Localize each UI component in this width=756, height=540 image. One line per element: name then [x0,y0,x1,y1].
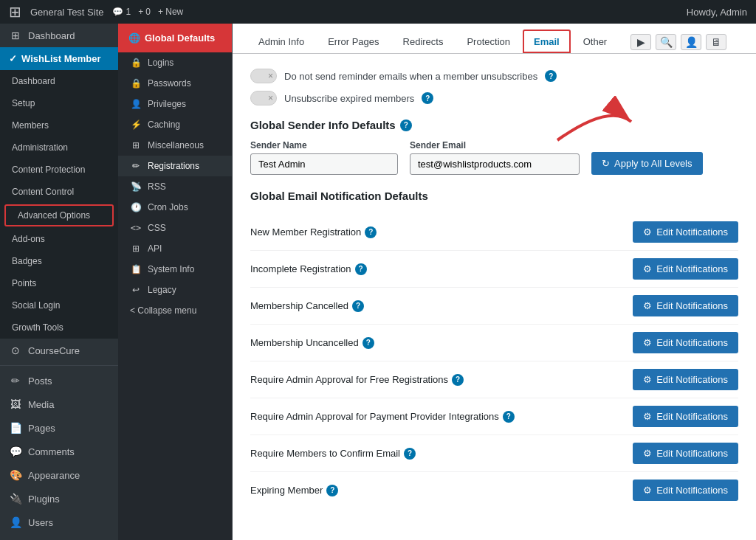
edit-notifications-button-uncancelled[interactable]: ⚙ Edit Notifications [633,332,738,353]
tab-redirects[interactable]: Redirects [392,30,455,53]
help-icon-no-reminder[interactable]: ? [545,70,557,82]
help-icon-expiring[interactable]: ? [326,485,338,496]
site-name[interactable]: General Test Site [30,7,103,18]
tab-icon-play[interactable]: ▶ [630,34,651,50]
tab-protection[interactable]: Protection [456,30,521,53]
plugin-sidebar-item-misc[interactable]: ⊞ Miscellaneous [118,135,232,156]
plugin-sidebar-item-css[interactable]: <> CSS [118,218,232,238]
plugin-sidebar-item-logins[interactable]: 🔒 Logins [118,52,232,73]
plugin-sidebar-header[interactable]: 🌐 Global Defaults [118,24,232,52]
sender-email-input[interactable] [410,153,580,175]
plugin-sidebar-item-legacy[interactable]: ↩ Legacy [118,280,232,300]
help-icon-free-approval[interactable]: ? [452,374,464,386]
tab-error-pages[interactable]: Error Pages [317,30,390,53]
sidebar-item-users[interactable]: 👤 Users [0,510,118,534]
sidebar-item-posts[interactable]: ✏ Posts [0,369,118,392]
help-icon-cancelled[interactable]: ? [352,300,364,312]
edit-notifications-button-payment-approval[interactable]: ⚙ Edit Notifications [633,406,738,427]
sidebar-item-wl-setup[interactable]: Setup [0,92,118,114]
tab-other[interactable]: Other [572,30,619,53]
sidebar-item-wl-points[interactable]: Points [0,272,118,294]
sidebar-item-wl-admin[interactable]: Administration [0,136,118,159]
sidebar-item-dashboard[interactable]: ⊞ Dashboard [0,24,118,47]
edit-notifications-button-cancelled[interactable]: ⚙ Edit Notifications [633,295,738,316]
help-icon-incomplete[interactable]: ? [355,263,367,275]
help-icon-unsubscribe[interactable]: ? [422,92,433,104]
help-icon-confirm-email[interactable]: ? [404,448,416,460]
gear-icon-uncancelled: ⚙ [643,337,652,348]
sidebar-item-wl-social[interactable]: Social Login [0,294,118,316]
sidebar-item-wl-members[interactable]: Members [0,114,118,136]
plugin-sidebar-item-api[interactable]: ⊞ API [118,238,232,259]
tab-admin-info[interactable]: Admin Info [247,30,315,53]
sender-name-label: Sender Name [250,140,398,150]
posts-label: Posts [28,375,52,387]
plugin-sidebar-item-sysinfo[interactable]: 📋 System Info [118,259,232,280]
sender-grid: Sender Name Sender Email [250,140,738,175]
sidebar-item-coursecure[interactable]: ⊙ CourseCure [0,339,118,362]
wl-content-protection-label: Content Protection [12,165,85,175]
sidebar-item-tools[interactable]: 🔧 Tools [0,534,118,540]
comments-count[interactable]: 💬 1 [112,7,131,17]
sidebar-item-comments[interactable]: 💬 Comments [0,440,118,463]
appearance-label: Appearance [28,470,80,481]
plugin-sidebar-item-passwords[interactable]: 🔒 Passwords [118,73,232,94]
notification-row-free-approval: Require Admin Approval for Free Registra… [250,361,738,398]
pages-label: Pages [28,423,55,434]
help-icon-payment-approval[interactable]: ? [503,411,515,423]
edit-notifications-button-incomplete[interactable]: ⚙ Edit Notifications [633,258,738,280]
registrations-icon: ✏ [130,161,142,171]
wordpress-logo[interactable]: ⊞ [9,3,21,21]
privileges-icon: 👤 [130,99,142,109]
sidebar-item-wl-growth[interactable]: Growth Tools [0,316,118,339]
toggle-row-unsubscribe: Unsubscribe expired members ? [250,91,738,105]
tabs-bar: Admin Info Error Pages Redirects Protect… [233,24,756,54]
edit-notifications-button-confirm-email[interactable]: ⚙ Edit Notifications [633,443,738,464]
sidebar-item-wl-addons[interactable]: Add-ons [0,228,118,250]
edit-notifications-button-expiring[interactable]: ⚙ Edit Notifications [633,480,738,501]
sidebar-item-wl-content-protection[interactable]: Content Protection [0,159,118,181]
plugin-sidebar-item-rss[interactable]: 📡 RSS [118,176,232,197]
sidebar-item-plugins[interactable]: 🔌 Plugins [0,487,118,510]
sidebar-item-wishlist[interactable]: ✓ WishList Member [0,47,118,70]
rss-label: RSS [148,181,166,192]
sender-name-input[interactable] [250,153,398,175]
css-icon: <> [130,223,142,233]
edit-notifications-button-free-approval[interactable]: ⚙ Edit Notifications [633,369,738,390]
help-icon-sender[interactable]: ? [400,120,412,131]
bubbles-count[interactable]: + 0 [138,7,151,17]
help-icon-uncancelled[interactable]: ? [362,337,374,349]
wl-growth-label: Growth Tools [12,322,63,333]
sidebar-item-wl-advanced-options[interactable]: Advanced Options [4,204,114,226]
sidebar-item-media[interactable]: 🖼 Media [0,392,118,416]
plugin-sidebar-item-privileges[interactable]: 👤 Privileges [118,94,232,114]
sidebar-item-appearance[interactable]: 🎨 Appearance [0,463,118,487]
plugin-sidebar-item-collapse[interactable]: < Collapse menu [118,300,232,321]
sidebar-item-pages[interactable]: 📄 Pages [0,416,118,440]
sidebar-item-wl-dashboard[interactable]: Dashboard [0,70,118,92]
wl-content-control-label: Content Control [12,187,74,197]
plugin-sidebar-item-registrations[interactable]: ✏ Registrations [118,156,232,176]
toggle-unsubscribe[interactable] [250,91,277,105]
tab-email[interactable]: Email [523,30,571,53]
topbar: ⊞ General Test Site 💬 1 + 0 + New Howdy,… [0,0,756,24]
notification-label-expiring: Expiring Member ? [250,485,338,496]
toggle-no-reminder[interactable] [250,69,277,83]
plugin-sidebar-item-caching[interactable]: ⚡ Caching [118,114,232,135]
tab-icon-user[interactable]: 👤 [681,34,701,50]
left-sidebar: ⊞ Dashboard ✓ WishList Member Dashboard … [0,24,118,540]
edit-notifications-button-new-member[interactable]: ⚙ Edit Notifications [633,221,738,243]
tab-icon-search[interactable]: 🔍 [656,34,676,50]
help-icon-new-member[interactable]: ? [365,226,377,238]
sidebar-item-wl-badges[interactable]: Badges [0,250,118,272]
toggle-row-no-reminder: Do not send reminder emails when a membe… [250,69,738,83]
dashboard-icon: ⊞ [9,30,22,41]
plugin-sidebar-item-cron[interactable]: 🕐 Cron Jobs [118,197,232,218]
apply-to-all-levels-button[interactable]: ↻ Apply to All Levels [591,152,703,175]
tab-icon-screen[interactable]: 🖥 [706,34,726,50]
notification-label-payment-approval: Require Admin Approval for Payment Provi… [250,411,515,423]
wl-social-label: Social Login [12,300,60,311]
sidebar-item-wl-content-control[interactable]: Content Control [0,181,118,203]
new-button[interactable]: + New [158,7,183,17]
notification-label-cancelled: Membership Cancelled ? [250,300,364,312]
